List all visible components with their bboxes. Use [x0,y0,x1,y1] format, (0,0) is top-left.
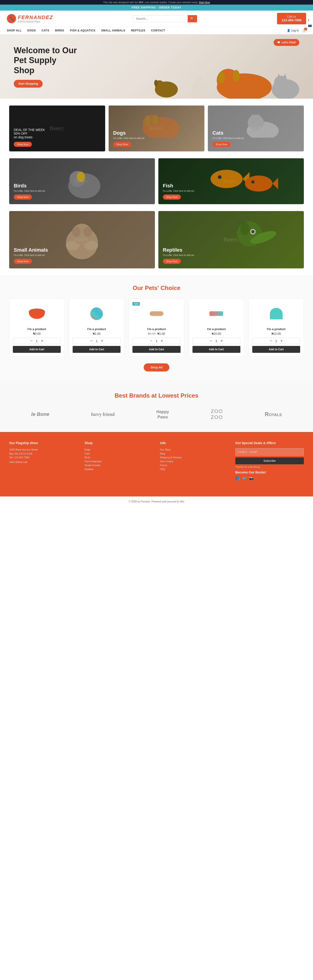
deal-shop-now-button[interactable]: Shop Now [14,142,32,147]
search-input[interactable] [133,15,197,22]
product-name-5: I'm a product [252,327,300,331]
add-to-cart-button-4[interactable]: Add to Cart [193,346,240,353]
quantity-control-2: − 1 + [73,338,120,344]
nav-cats[interactable]: CATS [41,29,49,32]
hero-section: Welcome to Our Pet Supply Shop Start Sho… [0,34,313,99]
cats-card[interactable]: fiverr. Cats I'm a title. Click here to … [208,105,304,151]
footer-view-store-link[interactable]: View Stores List [9,461,77,463]
instagram-icon[interactable]: 📷 [308,24,312,27]
product-name-2: I'm a product [73,327,120,331]
qty-decrease-3[interactable]: − [149,339,153,343]
qty-increase-4[interactable]: + [220,339,224,343]
svg-point-37 [84,227,92,237]
qty-decrease-1[interactable]: − [29,339,34,343]
reptiles-card[interactable]: fiverr. Reptiles I'm a title. Click here… [158,211,304,269]
svg-point-39 [240,223,249,235]
qty-value-3: 1 [156,339,157,343]
search-button[interactable]: 🔍 [188,15,197,22]
quantity-control-4: − 1 + [193,338,240,344]
qty-decrease-4[interactable]: − [209,339,213,343]
footer-info-shipping[interactable]: Shipping & Returns [160,456,228,459]
shop-all-button[interactable]: Shop All [144,363,169,371]
footer-email-input[interactable] [236,448,304,456]
footer-copyright: © 2025 by Fernasz. Powered and secured b… [129,500,184,503]
svg-point-36 [72,227,81,237]
footer-info-forum[interactable]: Forum [160,464,228,466]
svg-point-25 [77,172,85,182]
footer-instagram-icon[interactable]: 📷 [249,476,254,480]
add-to-cart-button-5[interactable]: Add to Cart [252,346,300,353]
footer-info-faq[interactable]: FAQ [160,468,228,471]
qty-decrease-2[interactable]: − [89,339,93,343]
small-animals-card[interactable]: fiverr. Small Animals I'm a title. Click… [9,211,155,269]
products-section: Our Pets' Choice I'm a product ₦0.00 − 1… [0,275,313,380]
nav-small-animals[interactable]: SMALL ANIMALS [101,29,125,32]
footer-shop-dogs[interactable]: Dogs [85,448,153,451]
search-area: 🔍 [133,15,197,22]
footer-twitter-icon[interactable]: 🐦 [242,476,247,480]
footer-info-blog[interactable]: Blog [160,452,228,455]
happypaws-text: Happy Paws [156,409,169,420]
start-shopping-button[interactable]: Start Shopping [14,80,43,88]
birds-card[interactable]: fiverr. Birds I'm a title. Click here to… [9,158,155,204]
dogs-shop-now-button[interactable]: Shop Now [113,142,131,147]
brand-furryfriend[interactable]: furry friend [91,412,115,417]
nav-reptiles[interactable]: REPTILES [131,29,145,32]
social-icons: f 📷 [308,19,313,27]
deal-on: on dog treats [14,135,101,139]
product-name-4: I'm a product [193,327,240,331]
category-grid-row1: fiverr. DEAL OF THE WEEK 50% OFF on dog … [0,99,313,158]
footer-info-policy[interactable]: Store Policy [160,460,228,463]
dogs-card[interactable]: fiverr. Dogs I'm a title. Click here to … [109,105,205,151]
fish-card[interactable]: fiverr. Fish I'm a title. Click here to … [158,158,304,204]
product-price-value-3: ₦1.00 [157,332,165,336]
footer-shop-title: Shop [85,441,153,445]
brands-grid: le Bone furry friend Happy Paws ZOOZOO R… [14,408,299,420]
footer-shop-fish[interactable]: Fish & Aquatics [85,460,153,463]
logo-area[interactable]: 🐾 FERNANDEZ A Pet's Favorite Place [7,14,53,23]
add-to-cart-button-2[interactable]: Add to Cart [73,346,120,353]
footer-subscribe-button[interactable]: Subscribe [236,457,304,464]
nav-shop-all[interactable]: SHOP ALL [7,29,22,32]
qty-increase-5[interactable]: + [279,339,284,343]
product-price-value-4: ₦15.00 [212,332,221,336]
chat-bubble[interactable]: 💬 Let's Chat! [273,39,299,46]
brand-zoozoo[interactable]: ZOOZOO [211,408,223,420]
nav-right: 👤 Log In 🛒 1 [287,29,306,32]
nav-birds[interactable]: BIRDS [55,29,64,32]
call-us-box[interactable]: Call Us 123-456-7890 [277,13,306,24]
facebook-icon[interactable]: f [308,19,312,22]
svg-point-18 [153,115,158,125]
brand-royals[interactable]: Royals [265,411,282,417]
footer-info-story[interactable]: Our Story [160,448,228,451]
footer-facebook-icon[interactable]: 📘 [236,476,240,480]
category-grid-row3: fiverr. Small Animals I'm a title. Click… [0,211,313,275]
dogs-content: Dogs I'm a title. Click here to edit me.… [109,105,205,151]
nav-fish[interactable]: FISH & AQUATICS [70,29,96,32]
brand-happypaws[interactable]: Happy Paws [156,409,169,420]
brand-lebone[interactable]: le Bone [31,411,49,417]
qty-increase-3[interactable]: + [160,339,164,343]
cats-shop-now-button[interactable]: Shop Now [212,142,231,147]
birds-content: Birds I'm a title. Click here to edit me… [9,158,155,204]
footer-shop-birds[interactable]: Birds [85,456,153,459]
deal-card[interactable]: fiverr. DEAL OF THE WEEK 50% OFF on dog … [9,105,105,151]
add-to-cart-button-1[interactable]: Add to Cart [13,346,61,353]
product-name-3: I'm a product [133,327,180,331]
add-to-cart-button-3[interactable]: Add to Cart [133,346,180,353]
footer-bestie-text: Become Our Bestie! [236,471,304,474]
footer-shop-cats[interactable]: Cats [85,452,153,455]
svg-point-17 [145,115,150,126]
footer-shop-small[interactable]: Small Animals [85,464,153,466]
login-button[interactable]: 👤 Log In [287,29,299,32]
cart-button[interactable]: 🛒 1 [302,29,306,32]
qty-increase-1[interactable]: + [40,339,44,343]
qty-decrease-5[interactable]: − [269,339,273,343]
nav-contact[interactable]: CONTACT [151,29,165,32]
qty-increase-2[interactable]: + [100,339,104,343]
footer-bottom: © 2025 by Fernasz. Powered and secured b… [0,496,313,506]
products-grid: I'm a product ₦0.00 − 1 + Add to Cart I'… [9,298,304,356]
nav-dogs[interactable]: DOGS [27,29,36,32]
footer-shop-reptiles[interactable]: Reptiles [85,468,153,471]
start-now-link[interactable]: Start Now [199,1,210,4]
